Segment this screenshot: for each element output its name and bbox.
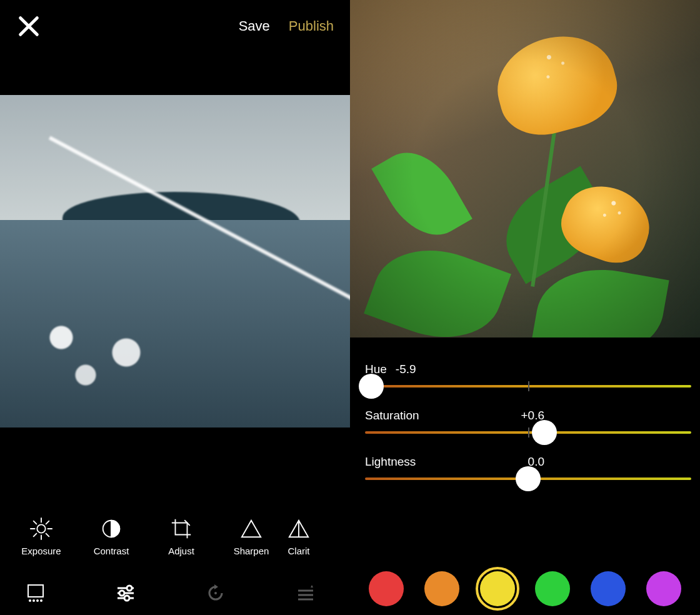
tab-preset[interactable]	[25, 582, 46, 604]
tool-label: Sharpen	[234, 546, 269, 556]
tool-adjust[interactable]: Adjust	[146, 517, 216, 556]
slider-value: -5.9	[396, 362, 416, 376]
photo-preview[interactable]	[0, 95, 350, 428]
slider-hue-thumb[interactable]	[359, 374, 384, 399]
slider-saturation: Saturation +0.6	[365, 409, 691, 434]
svg-point-22	[214, 592, 217, 594]
swatch-red[interactable]	[369, 571, 404, 606]
color-sliders-panel: Hue -5.9 Saturation +0.6 Lightness 0.0	[350, 362, 700, 501]
svg-point-21	[124, 596, 129, 601]
tool-label: Adjust	[168, 546, 194, 556]
slider-label: Saturation	[365, 409, 419, 422]
bottom-tab-bar	[0, 571, 350, 615]
tab-effects[interactable]	[295, 582, 316, 604]
slider-hue: Hue -5.9	[365, 362, 691, 388]
crop-icon	[169, 517, 193, 541]
slider-saturation-track[interactable]	[365, 431, 691, 434]
swatch-yellow[interactable]	[480, 571, 515, 606]
tool-label: Contrast	[94, 546, 129, 556]
publish-button[interactable]: Publish	[289, 18, 334, 34]
sea-foam	[12, 315, 175, 390]
slider-center-mark	[528, 381, 529, 391]
svg-rect-11	[28, 585, 43, 597]
sliders-icon	[116, 583, 136, 603]
tab-sliders[interactable]	[115, 582, 136, 604]
tool-clarity[interactable]: Clarit	[286, 517, 311, 556]
swatch-blue[interactable]	[591, 571, 626, 606]
slider-lightness-thumb[interactable]	[516, 466, 541, 491]
sun-icon	[29, 517, 53, 541]
color-swatch-row	[350, 571, 700, 606]
swatch-orange[interactable]	[424, 571, 459, 606]
svg-point-14	[36, 599, 39, 602]
triangle-icon	[239, 517, 263, 541]
vignette-overlay	[350, 0, 700, 338]
slider-lightness: Lightness 0.0	[365, 455, 691, 480]
svg-point-13	[32, 599, 35, 602]
slider-label: Lightness	[365, 455, 416, 469]
svg-point-15	[40, 599, 42, 602]
swatch-green[interactable]	[535, 571, 570, 606]
slider-center-mark	[528, 428, 529, 438]
svg-line-6	[46, 534, 49, 537]
close-icon	[16, 14, 41, 39]
triangle-flip-icon	[287, 517, 311, 541]
tool-contrast[interactable]: Contrast	[76, 517, 146, 556]
top-actions: Save Publish	[239, 18, 334, 34]
tool-exposure[interactable]: Exposure	[6, 517, 76, 556]
svg-point-19	[119, 591, 124, 596]
tool-label: Exposure	[21, 546, 61, 556]
svg-point-0	[37, 524, 45, 532]
svg-line-5	[34, 521, 37, 524]
effects-icon	[296, 583, 316, 603]
swatch-magenta[interactable]	[646, 571, 681, 606]
close-button[interactable]	[16, 14, 41, 39]
preset-icon	[26, 583, 46, 603]
tool-label: Clarit	[288, 546, 309, 556]
slider-saturation-thumb[interactable]	[532, 420, 557, 445]
tool-sharpen[interactable]: Sharpen	[216, 517, 286, 556]
edit-tool-strip[interactable]: Exposure Contrast Adjust Sharpen Cl	[0, 517, 350, 556]
contrast-icon	[99, 517, 123, 541]
top-bar: Save Publish	[0, 0, 350, 52]
editor-screen-color: Hue -5.9 Saturation +0.6 Lightness 0.0	[350, 0, 700, 615]
slider-lightness-track[interactable]	[365, 478, 691, 480]
svg-line-7	[46, 521, 49, 524]
save-button[interactable]: Save	[239, 18, 270, 34]
tab-reset[interactable]	[205, 582, 226, 604]
reset-icon	[206, 583, 226, 603]
photo-preview[interactable]	[350, 0, 700, 338]
svg-point-12	[29, 599, 31, 602]
svg-point-17	[127, 586, 132, 591]
svg-line-8	[34, 534, 37, 537]
slider-hue-track[interactable]	[365, 385, 691, 388]
editor-screen-save: Save Publish Exposure Contrast	[0, 0, 350, 615]
